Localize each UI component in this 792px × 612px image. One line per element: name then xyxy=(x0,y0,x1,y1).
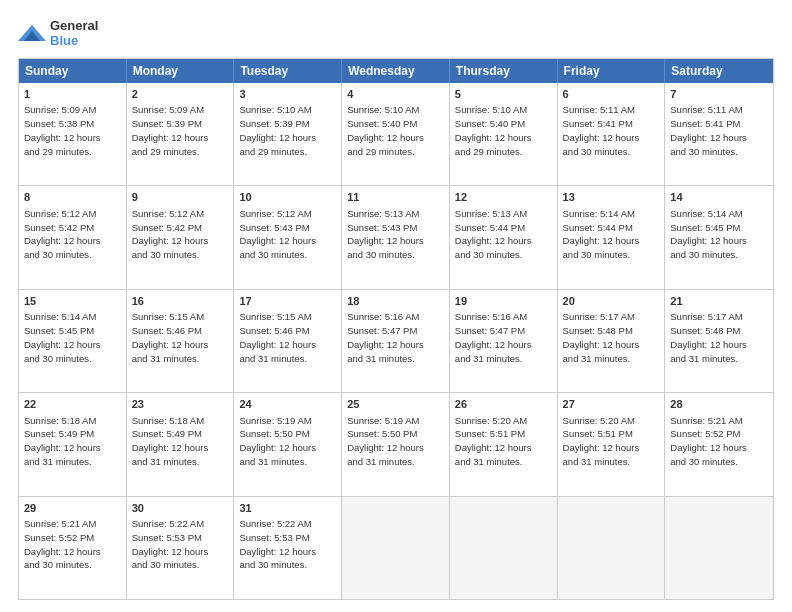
day-number: 23 xyxy=(132,397,229,412)
calendar-cell: 13Sunrise: 5:14 AM Sunset: 5:44 PM Dayli… xyxy=(558,186,666,288)
day-number: 12 xyxy=(455,190,552,205)
calendar-cell: 18Sunrise: 5:16 AM Sunset: 5:47 PM Dayli… xyxy=(342,290,450,392)
day-number: 6 xyxy=(563,87,660,102)
calendar-cell: 2Sunrise: 5:09 AM Sunset: 5:39 PM Daylig… xyxy=(127,83,235,185)
calendar-header-row: SundayMondayTuesdayWednesdayThursdayFrid… xyxy=(19,59,773,83)
cell-text: Sunrise: 5:22 AM Sunset: 5:53 PM Dayligh… xyxy=(132,517,229,572)
calendar-cell: 6Sunrise: 5:11 AM Sunset: 5:41 PM Daylig… xyxy=(558,83,666,185)
cell-text: Sunrise: 5:15 AM Sunset: 5:46 PM Dayligh… xyxy=(239,310,336,365)
day-number: 2 xyxy=(132,87,229,102)
cell-text: Sunrise: 5:17 AM Sunset: 5:48 PM Dayligh… xyxy=(670,310,768,365)
day-number: 26 xyxy=(455,397,552,412)
page: General Blue SundayMondayTuesdayWednesda… xyxy=(0,0,792,612)
day-number: 30 xyxy=(132,501,229,516)
calendar-cell: 3Sunrise: 5:10 AM Sunset: 5:39 PM Daylig… xyxy=(234,83,342,185)
calendar-cell: 4Sunrise: 5:10 AM Sunset: 5:40 PM Daylig… xyxy=(342,83,450,185)
cell-text: Sunrise: 5:09 AM Sunset: 5:39 PM Dayligh… xyxy=(132,103,229,158)
calendar-cell: 9Sunrise: 5:12 AM Sunset: 5:42 PM Daylig… xyxy=(127,186,235,288)
calendar-cell xyxy=(665,497,773,599)
cell-text: Sunrise: 5:10 AM Sunset: 5:39 PM Dayligh… xyxy=(239,103,336,158)
cell-text: Sunrise: 5:21 AM Sunset: 5:52 PM Dayligh… xyxy=(670,414,768,469)
cell-text: Sunrise: 5:10 AM Sunset: 5:40 PM Dayligh… xyxy=(455,103,552,158)
cell-text: Sunrise: 5:14 AM Sunset: 5:45 PM Dayligh… xyxy=(670,207,768,262)
day-number: 8 xyxy=(24,190,121,205)
cell-text: Sunrise: 5:14 AM Sunset: 5:44 PM Dayligh… xyxy=(563,207,660,262)
calendar-cell: 16Sunrise: 5:15 AM Sunset: 5:46 PM Dayli… xyxy=(127,290,235,392)
logo-text: General Blue xyxy=(50,18,98,48)
calendar-cell xyxy=(558,497,666,599)
calendar-cell: 12Sunrise: 5:13 AM Sunset: 5:44 PM Dayli… xyxy=(450,186,558,288)
calendar-cell: 23Sunrise: 5:18 AM Sunset: 5:49 PM Dayli… xyxy=(127,393,235,495)
calendar-cell: 29Sunrise: 5:21 AM Sunset: 5:52 PM Dayli… xyxy=(19,497,127,599)
cell-text: Sunrise: 5:16 AM Sunset: 5:47 PM Dayligh… xyxy=(347,310,444,365)
calendar-week-row: 15Sunrise: 5:14 AM Sunset: 5:45 PM Dayli… xyxy=(19,289,773,392)
calendar-cell: 22Sunrise: 5:18 AM Sunset: 5:49 PM Dayli… xyxy=(19,393,127,495)
day-number: 15 xyxy=(24,294,121,309)
day-number: 4 xyxy=(347,87,444,102)
cell-text: Sunrise: 5:20 AM Sunset: 5:51 PM Dayligh… xyxy=(455,414,552,469)
day-number: 9 xyxy=(132,190,229,205)
calendar-cell: 31Sunrise: 5:22 AM Sunset: 5:53 PM Dayli… xyxy=(234,497,342,599)
cell-text: Sunrise: 5:12 AM Sunset: 5:42 PM Dayligh… xyxy=(24,207,121,262)
day-number: 27 xyxy=(563,397,660,412)
day-number: 20 xyxy=(563,294,660,309)
calendar-week-row: 22Sunrise: 5:18 AM Sunset: 5:49 PM Dayli… xyxy=(19,392,773,495)
calendar-cell: 8Sunrise: 5:12 AM Sunset: 5:42 PM Daylig… xyxy=(19,186,127,288)
calendar-cell xyxy=(450,497,558,599)
cell-text: Sunrise: 5:14 AM Sunset: 5:45 PM Dayligh… xyxy=(24,310,121,365)
calendar-cell: 28Sunrise: 5:21 AM Sunset: 5:52 PM Dayli… xyxy=(665,393,773,495)
calendar-cell: 17Sunrise: 5:15 AM Sunset: 5:46 PM Dayli… xyxy=(234,290,342,392)
day-number: 13 xyxy=(563,190,660,205)
cell-text: Sunrise: 5:19 AM Sunset: 5:50 PM Dayligh… xyxy=(239,414,336,469)
calendar-header-cell: Monday xyxy=(127,59,235,83)
cell-text: Sunrise: 5:20 AM Sunset: 5:51 PM Dayligh… xyxy=(563,414,660,469)
cell-text: Sunrise: 5:15 AM Sunset: 5:46 PM Dayligh… xyxy=(132,310,229,365)
cell-text: Sunrise: 5:21 AM Sunset: 5:52 PM Dayligh… xyxy=(24,517,121,572)
cell-text: Sunrise: 5:10 AM Sunset: 5:40 PM Dayligh… xyxy=(347,103,444,158)
calendar-week-row: 29Sunrise: 5:21 AM Sunset: 5:52 PM Dayli… xyxy=(19,496,773,599)
day-number: 28 xyxy=(670,397,768,412)
cell-text: Sunrise: 5:18 AM Sunset: 5:49 PM Dayligh… xyxy=(132,414,229,469)
day-number: 31 xyxy=(239,501,336,516)
calendar-cell: 10Sunrise: 5:12 AM Sunset: 5:43 PM Dayli… xyxy=(234,186,342,288)
cell-text: Sunrise: 5:12 AM Sunset: 5:42 PM Dayligh… xyxy=(132,207,229,262)
day-number: 17 xyxy=(239,294,336,309)
logo-icon xyxy=(18,21,46,45)
calendar-cell: 1Sunrise: 5:09 AM Sunset: 5:38 PM Daylig… xyxy=(19,83,127,185)
day-number: 19 xyxy=(455,294,552,309)
day-number: 16 xyxy=(132,294,229,309)
calendar-week-row: 1Sunrise: 5:09 AM Sunset: 5:38 PM Daylig… xyxy=(19,83,773,185)
calendar-cell: 30Sunrise: 5:22 AM Sunset: 5:53 PM Dayli… xyxy=(127,497,235,599)
calendar-cell: 24Sunrise: 5:19 AM Sunset: 5:50 PM Dayli… xyxy=(234,393,342,495)
day-number: 14 xyxy=(670,190,768,205)
cell-text: Sunrise: 5:09 AM Sunset: 5:38 PM Dayligh… xyxy=(24,103,121,158)
day-number: 5 xyxy=(455,87,552,102)
calendar-week-row: 8Sunrise: 5:12 AM Sunset: 5:42 PM Daylig… xyxy=(19,185,773,288)
calendar-body: 1Sunrise: 5:09 AM Sunset: 5:38 PM Daylig… xyxy=(19,83,773,599)
day-number: 11 xyxy=(347,190,444,205)
day-number: 18 xyxy=(347,294,444,309)
calendar-cell: 15Sunrise: 5:14 AM Sunset: 5:45 PM Dayli… xyxy=(19,290,127,392)
calendar-cell: 20Sunrise: 5:17 AM Sunset: 5:48 PM Dayli… xyxy=(558,290,666,392)
day-number: 24 xyxy=(239,397,336,412)
cell-text: Sunrise: 5:11 AM Sunset: 5:41 PM Dayligh… xyxy=(563,103,660,158)
calendar-cell: 25Sunrise: 5:19 AM Sunset: 5:50 PM Dayli… xyxy=(342,393,450,495)
calendar-cell: 21Sunrise: 5:17 AM Sunset: 5:48 PM Dayli… xyxy=(665,290,773,392)
calendar-header-cell: Saturday xyxy=(665,59,773,83)
day-number: 7 xyxy=(670,87,768,102)
cell-text: Sunrise: 5:17 AM Sunset: 5:48 PM Dayligh… xyxy=(563,310,660,365)
calendar-header-cell: Tuesday xyxy=(234,59,342,83)
cell-text: Sunrise: 5:16 AM Sunset: 5:47 PM Dayligh… xyxy=(455,310,552,365)
day-number: 29 xyxy=(24,501,121,516)
cell-text: Sunrise: 5:19 AM Sunset: 5:50 PM Dayligh… xyxy=(347,414,444,469)
calendar-header-cell: Wednesday xyxy=(342,59,450,83)
calendar-cell: 5Sunrise: 5:10 AM Sunset: 5:40 PM Daylig… xyxy=(450,83,558,185)
cell-text: Sunrise: 5:18 AM Sunset: 5:49 PM Dayligh… xyxy=(24,414,121,469)
calendar-cell: 19Sunrise: 5:16 AM Sunset: 5:47 PM Dayli… xyxy=(450,290,558,392)
calendar-cell: 11Sunrise: 5:13 AM Sunset: 5:43 PM Dayli… xyxy=(342,186,450,288)
calendar-header-cell: Sunday xyxy=(19,59,127,83)
cell-text: Sunrise: 5:12 AM Sunset: 5:43 PM Dayligh… xyxy=(239,207,336,262)
day-number: 25 xyxy=(347,397,444,412)
calendar-cell: 7Sunrise: 5:11 AM Sunset: 5:41 PM Daylig… xyxy=(665,83,773,185)
calendar-cell: 27Sunrise: 5:20 AM Sunset: 5:51 PM Dayli… xyxy=(558,393,666,495)
